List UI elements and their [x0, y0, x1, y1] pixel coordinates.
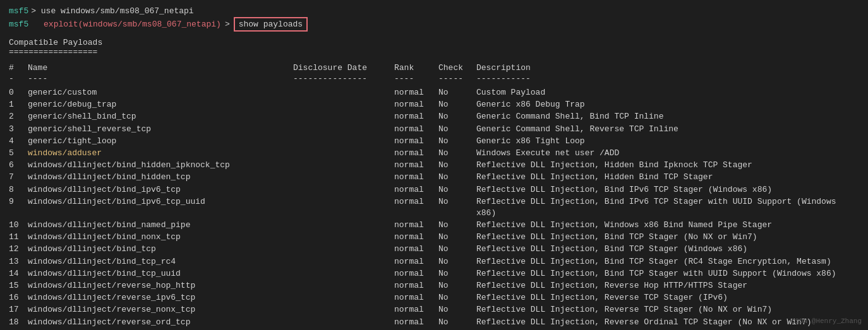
- table-row: 14 windows/dllinject/bind_tcp_uuid norma…: [9, 268, 859, 280]
- cell-name: windows/dllinject/reverse_hop_http: [28, 280, 293, 292]
- cell-rank: normal: [394, 244, 438, 255]
- table-row: 17 windows/dllinject/reverse_nonx_tcp no…: [9, 304, 859, 315]
- msf-prefix-1: msf5: [9, 6, 28, 16]
- cell-desc: Reflective DLL Injection, Hidden Bind TC…: [476, 172, 859, 183]
- watermark: CSDN @Henry_Zhang: [791, 317, 862, 325]
- show-payloads-command: show payloads: [234, 17, 308, 32]
- prompt-line-1: msf5 > use windows/smb/ms08_067_netapi: [9, 6, 859, 16]
- cell-name: windows/dllinject/bind_hidden_tcp: [28, 172, 293, 183]
- cell-num: 10: [9, 220, 28, 231]
- cell-rank: normal: [394, 136, 438, 147]
- prompt-symbol: [35, 20, 40, 29]
- cell-check: No: [438, 184, 476, 196]
- cell-num: 3: [9, 124, 28, 135]
- cell-desc: Reflective DLL Injection, Reverse TCP St…: [476, 304, 859, 315]
- cell-desc: Reflective DLL Injection, Bind IPv6 TCP …: [476, 196, 859, 219]
- cell-num: 12: [9, 244, 28, 255]
- cell-name: windows/dllinject/bind_hidden_ipknock_tc…: [28, 160, 293, 171]
- cell-check: No: [438, 111, 476, 122]
- cell-date: [293, 292, 394, 303]
- cell-desc: Reflective DLL Injection, Reverse Hop HT…: [476, 280, 859, 292]
- table-row: 18 windows/dllinject/reverse_ord_tcp nor…: [9, 317, 859, 328]
- cell-date: [293, 148, 394, 159]
- cell-date: [293, 280, 394, 292]
- table-row: 2 generic/shell_bind_tcp normal No Gener…: [9, 111, 859, 122]
- cell-name: windows/dllinject/bind_tcp_rc4: [28, 256, 293, 268]
- cell-desc: Reflective DLL Injection, Bind TCP Stage…: [476, 268, 859, 280]
- cell-date: [293, 268, 394, 280]
- col-rank-header: Rank: [394, 63, 438, 73]
- cell-name: windows/dllinject/bind_ipv6_tcp: [28, 184, 293, 196]
- cell-num: 2: [9, 111, 28, 122]
- table-row: 13 windows/dllinject/bind_tcp_rc4 normal…: [9, 256, 859, 268]
- table-row: 16 windows/dllinject/reverse_ipv6_tcp no…: [9, 292, 859, 303]
- cell-num: 14: [9, 268, 28, 280]
- cell-desc: Generic Command Shell, Reverse TCP Inlin…: [476, 124, 859, 135]
- cell-desc: Reflective DLL Injection, Bind IPv6 TCP …: [476, 184, 859, 196]
- cell-rank: normal: [394, 304, 438, 315]
- table-row: 10 windows/dllinject/bind_named_pipe nor…: [9, 220, 859, 231]
- cell-desc: Reflective DLL Injection, Reverse TCP St…: [476, 292, 859, 303]
- col-desc-sub: -----------: [476, 74, 859, 83]
- cell-desc: Custom Payload: [476, 87, 859, 98]
- table-row: 9 windows/dllinject/bind_ipv6_tcp_uuid n…: [9, 196, 859, 219]
- table-row: 8 windows/dllinject/bind_ipv6_tcp normal…: [9, 184, 859, 196]
- cell-rank: normal: [394, 256, 438, 268]
- col-name-header: Name: [28, 63, 293, 73]
- col-num-sub: -: [9, 74, 28, 83]
- table-header: # Name Disclosure Date Rank Check Descri…: [9, 63, 859, 73]
- cell-desc: Generic x86 Tight Loop: [476, 136, 859, 147]
- table-row: 5 windows/adduser normal No Windows Exec…: [9, 148, 859, 159]
- cell-num: 7: [9, 172, 28, 183]
- cell-check: No: [438, 160, 476, 171]
- cell-name: generic/shell_bind_tcp: [28, 111, 293, 122]
- cell-date: [293, 99, 394, 110]
- cell-num: 17: [9, 304, 28, 315]
- section-title: Compatible Payloads ==================: [9, 38, 859, 57]
- cell-check: No: [438, 244, 476, 255]
- cell-check: No: [438, 268, 476, 280]
- cell-name: windows/dllinject/bind_nonx_tcp: [28, 232, 293, 243]
- cell-desc: Reflective DLL Injection, Bind TCP Stage…: [476, 244, 859, 255]
- cell-check: No: [438, 87, 476, 98]
- cell-num: 0: [9, 87, 28, 98]
- cell-name: windows/adduser: [28, 148, 293, 159]
- cell-date: [293, 172, 394, 183]
- cell-check: No: [438, 317, 476, 328]
- cell-rank: normal: [394, 220, 438, 231]
- col-num-header: #: [9, 63, 28, 73]
- col-check-header: Check: [438, 63, 476, 73]
- col-rank-sub: ----: [394, 74, 438, 83]
- prompt-line-2: msf5 exploit(windows/smb/ms08_067_netapi…: [9, 17, 859, 32]
- cell-rank: normal: [394, 196, 438, 219]
- cell-date: [293, 184, 394, 196]
- cell-rank: normal: [394, 184, 438, 196]
- table-row: 0 generic/custom normal No Custom Payloa…: [9, 87, 859, 98]
- col-date-header: Disclosure Date: [293, 63, 394, 73]
- cell-rank: normal: [394, 111, 438, 122]
- cell-name: windows/dllinject/bind_tcp: [28, 244, 293, 255]
- table-body: 0 generic/custom normal No Custom Payloa…: [9, 87, 859, 330]
- cell-name: windows/dllinject/reverse_ipv6_tcp: [28, 292, 293, 303]
- table-row: 15 windows/dllinject/reverse_hop_http no…: [9, 280, 859, 292]
- cell-num: 8: [9, 184, 28, 196]
- cell-name: generic/debug_trap: [28, 99, 293, 110]
- cell-num: 1: [9, 99, 28, 110]
- cell-rank: normal: [394, 87, 438, 98]
- cell-num: 4: [9, 136, 28, 147]
- col-check-sub: -----: [438, 74, 476, 83]
- cell-name: generic/custom: [28, 87, 293, 98]
- terminal-window: msf5 > use windows/smb/ms08_067_netapi m…: [9, 6, 859, 330]
- table-subheader: - ---- --------------- ---- ----- ------…: [9, 74, 859, 83]
- cell-check: No: [438, 196, 476, 219]
- cell-rank: normal: [394, 160, 438, 171]
- cell-name: windows/dllinject/reverse_ord_tcp: [28, 317, 293, 328]
- cell-num: 15: [9, 280, 28, 292]
- cell-desc: Generic Command Shell, Bind TCP Inline: [476, 111, 859, 122]
- cell-rank: normal: [394, 172, 438, 183]
- cell-rank: normal: [394, 148, 438, 159]
- cell-check: No: [438, 136, 476, 147]
- cell-check: No: [438, 220, 476, 231]
- cell-rank: normal: [394, 268, 438, 280]
- cell-name: windows/dllinject/reverse_nonx_tcp: [28, 304, 293, 315]
